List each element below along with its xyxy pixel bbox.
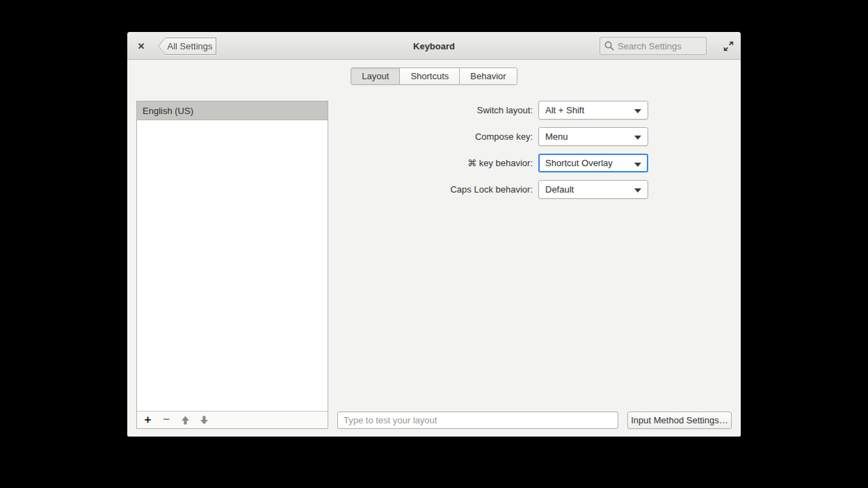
cmd-key-behavior-label: ⌘ key behavior: [337, 154, 533, 172]
cmd-key-behavior-dropdown[interactable]: Shortcut Overlay [538, 154, 648, 172]
keyboard-layouts-list[interactable]: English (US) [137, 101, 328, 411]
remove-layout-button[interactable]: − [157, 412, 176, 428]
tab-bar: Layout Shortcuts Behavior [127, 67, 741, 85]
keyboard-layouts-panel: English (US) + − [136, 101, 328, 429]
search-settings-input[interactable]: Search Settings [600, 37, 707, 55]
tab-shortcuts[interactable]: Shortcuts [399, 68, 459, 84]
desktop-background: ✕ All Settings Keyboard Search Settings [0, 0, 868, 488]
close-window-button[interactable]: ✕ [134, 39, 148, 53]
caps-lock-behavior-value: Default [545, 184, 574, 195]
layout-test-placeholder: Type to test your layout [344, 415, 437, 425]
tab-shortcuts-label: Shortcuts [410, 71, 449, 81]
switch-layout-dropdown[interactable]: Alt + Shift [538, 101, 648, 120]
layout-test-input[interactable]: Type to test your layout [337, 412, 618, 429]
switch-layout-value: Alt + Shift [545, 105, 584, 115]
chevron-down-icon [634, 109, 641, 113]
keyboard-settings-window: ✕ All Settings Keyboard Search Settings [127, 32, 741, 437]
move-layout-down-button[interactable] [195, 412, 214, 428]
switch-layout-label: Switch layout: [337, 101, 533, 120]
tab-layout[interactable]: Layout [351, 68, 399, 84]
move-layout-up-button[interactable] [176, 412, 195, 428]
form-row-compose-key: Compose key: Menu [337, 127, 732, 146]
tab-layout-label: Layout [362, 71, 389, 81]
back-button-label: All Settings [167, 41, 212, 51]
tab-behavior[interactable]: Behavior [459, 68, 516, 84]
arrow-down-icon [200, 416, 209, 425]
form-row-caps-lock-behavior: Caps Lock behavior: Default [337, 180, 732, 199]
list-toolbar: + − [137, 411, 328, 428]
search-placeholder: Search Settings [618, 41, 682, 51]
list-item-label: English (US) [143, 106, 193, 116]
maximize-icon [723, 41, 734, 51]
chevron-down-icon [634, 188, 641, 193]
input-method-settings-label: Input Method Settings… [631, 415, 728, 425]
tab-behavior-label: Behavior [470, 71, 506, 81]
form-row-cmd-key-behavior: ⌘ key behavior: Shortcut Overlay [337, 154, 732, 172]
minus-icon: − [163, 413, 170, 427]
plus-icon: + [145, 413, 152, 427]
caps-lock-behavior-label: Caps Lock behavior: [337, 180, 533, 199]
arrow-up-icon [181, 416, 190, 425]
compose-key-value: Menu [545, 131, 568, 142]
input-method-settings-button[interactable]: Input Method Settings… [627, 412, 732, 429]
cmd-key-behavior-value: Shortcut Overlay [545, 158, 613, 168]
search-icon [604, 41, 614, 51]
compose-key-label: Compose key: [337, 127, 533, 146]
chevron-down-icon [634, 163, 641, 167]
close-icon: ✕ [138, 41, 145, 51]
add-layout-button[interactable]: + [138, 412, 157, 428]
compose-key-dropdown[interactable]: Menu [538, 127, 648, 146]
caps-lock-behavior-dropdown[interactable]: Default [538, 180, 648, 199]
maximize-button[interactable] [722, 40, 734, 52]
chevron-down-icon [634, 136, 641, 140]
all-settings-back-button[interactable]: All Settings [158, 38, 216, 55]
list-item-english-us[interactable]: English (US) [137, 101, 328, 120]
form-row-switch-layout: Switch layout: Alt + Shift [337, 101, 732, 120]
header-bar: ✕ All Settings Keyboard Search Settings [127, 32, 741, 60]
